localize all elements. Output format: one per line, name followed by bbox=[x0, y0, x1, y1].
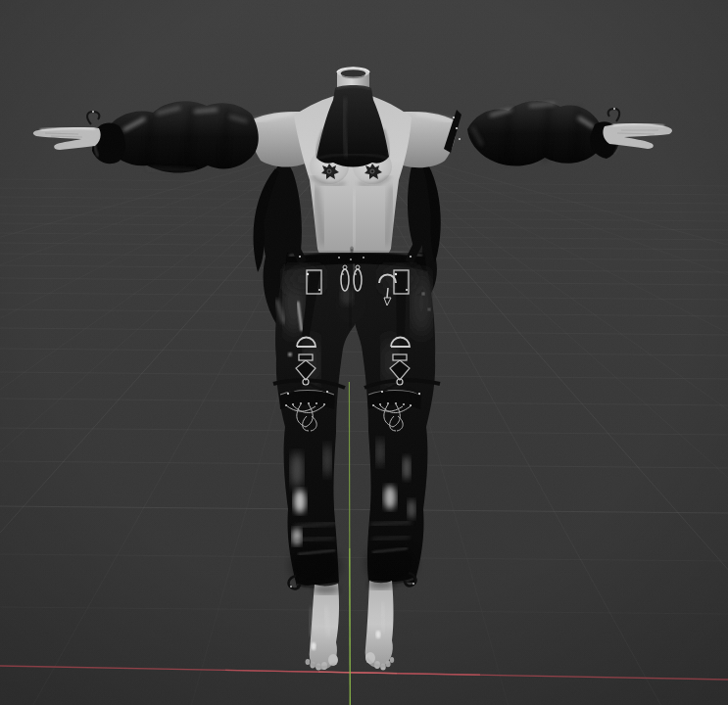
viewport-canvas[interactable] bbox=[0, 0, 728, 705]
dither-noise bbox=[0, 0, 728, 705]
viewport-window[interactable] bbox=[0, 0, 728, 705]
